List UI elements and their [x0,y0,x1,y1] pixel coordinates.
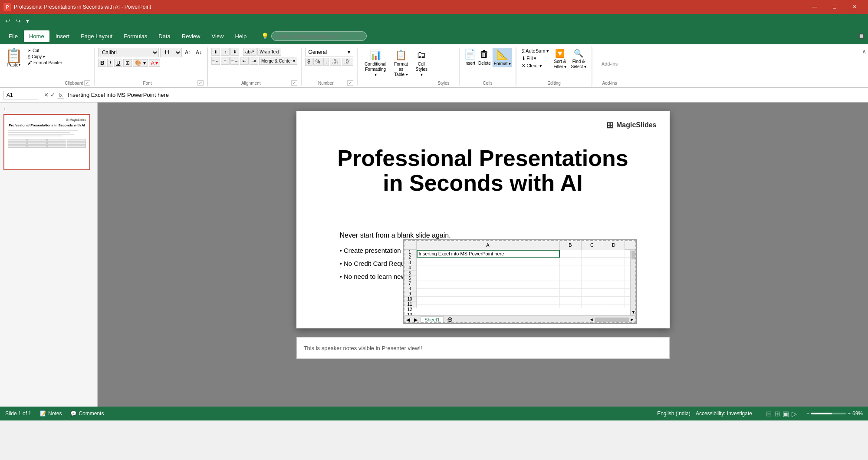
paste-button[interactable]: 📋 Paste ▾ [3,48,24,68]
excel-row-7[interactable] [417,297,636,304]
excel-cell-c1[interactable] [582,250,603,258]
font-name-select[interactable]: Calibri [98,48,159,57]
excel-row-8[interactable] [417,304,636,308]
menu-file[interactable]: File [3,30,23,42]
clipboard-expand[interactable]: ⤢ [84,80,90,86]
zoom-slider[interactable] [811,413,846,414]
bold-button[interactable]: B [98,59,106,67]
zoom-increase-button[interactable]: + [848,410,851,417]
wrap-text-button[interactable]: Wrap Text [257,48,281,56]
excel-row-4[interactable] [417,273,636,281]
fill-button[interactable]: ⬇ Fill ▾ [520,55,551,62]
ribbon-expand-button[interactable]: ∧ [860,46,868,56]
format-painter-button[interactable]: 🖌 Format Painter [26,60,64,66]
excel-row-1[interactable]: Inserting Excel into MS PowerPoint here [417,250,636,258]
font-size-select[interactable]: 11 [160,48,182,57]
redo-button[interactable]: ↪ [14,17,23,25]
excel-cell-d1[interactable] [603,250,625,258]
sheet-tab-1[interactable]: Sheet1 [421,316,444,323]
alignment-expand[interactable]: ⤢ [291,80,297,86]
copy-button[interactable]: ⎘ Copy ▾ [26,54,64,60]
menu-formulas[interactable]: Formulas [118,30,152,42]
excel-embedded[interactable]: A B C D 1 2 3 4 5 6 7 8 [403,239,637,324]
number-expand[interactable]: ⤢ [347,80,353,86]
delete-cell-button[interactable]: 🗑 Delete [477,48,492,66]
maximize-button[interactable]: □ [825,0,845,14]
normal-view-button[interactable]: ⊟ [766,410,772,418]
excel-cell-b1[interactable] [560,250,582,258]
zoom-decrease-button[interactable]: − [806,410,809,417]
merge-center-button[interactable]: Merge & Center ▾ [259,57,297,65]
menu-home[interactable]: Home [24,30,49,42]
sort-filter-button[interactable]: 🔽 Sort &Filter ▾ [552,48,568,70]
align-right-button[interactable]: ≡→ [230,57,239,65]
cell-reference-input[interactable] [3,91,38,99]
accessibility-label[interactable]: Accessibility: Investigate [696,410,752,417]
currency-button[interactable]: $ [305,58,312,66]
slide-thumbnail[interactable]: ⊞ MagicSlides Professional Presentations… [3,114,90,170]
close-button[interactable]: ✕ [845,0,865,14]
italic-button[interactable]: I [107,59,113,67]
confirm-formula-button[interactable]: ✓ [50,92,55,99]
cell-styles-button[interactable]: 🗂 CellStyles ▾ [412,48,431,79]
decrease-decimal-button[interactable]: .0↓ [330,58,341,66]
scroll-right-button[interactable]: ► [413,316,419,323]
menu-data[interactable]: Data [153,30,175,42]
h-scrollbar-thumb[interactable] [595,318,629,322]
align-top-button[interactable]: ⬆ [211,48,220,56]
format-as-table-button[interactable]: 📋 Format asTable ▾ [391,48,411,79]
cut-button[interactable]: ✂ ✂ CutCut [26,48,64,53]
autosum-button[interactable]: Σ AutoSum ▾ [520,48,551,54]
excel-vertical-scrollbar[interactable]: ▼ [630,250,636,315]
h-scroll-left[interactable]: ◄ [589,317,594,322]
align-middle-button[interactable]: ↕ [221,48,230,56]
tell-me-input[interactable] [271,31,367,41]
format-cell-button[interactable]: 📐 Format ▾ [493,48,512,67]
orientation-button[interactable]: ab↗ [243,48,256,56]
increase-indent-button[interactable]: ⇥ [250,57,258,65]
increase-font-button[interactable]: A↑ [183,49,193,56]
excel-cell-a1[interactable]: Inserting Excel into MS PowerPoint here [417,250,560,258]
font-expand[interactable]: ⤢ [197,80,204,86]
number-format-select[interactable]: General▾ [305,48,353,56]
decrease-font-button[interactable]: A↓ [194,49,204,56]
excel-row-6[interactable] [417,289,636,297]
insert-function-button[interactable]: fx [57,92,64,99]
formula-input[interactable] [67,91,865,99]
zoom-level[interactable]: 69% [852,410,863,417]
excel-row-5[interactable] [417,281,636,289]
excel-row-2[interactable] [417,258,636,265]
undo-button[interactable]: ↩ [3,17,12,25]
scroll-left-button[interactable]: ◄ [405,316,411,323]
align-center-button[interactable]: ≡ [221,57,230,65]
menu-help[interactable]: Help [230,30,252,42]
decrease-indent-button[interactable]: ⇤ [240,57,249,65]
find-select-button[interactable]: 🔍 Find &Select ▾ [569,48,588,70]
menu-insert[interactable]: Insert [50,30,75,42]
notes-button[interactable]: 📝 Notes [40,410,62,417]
h-scroll-right[interactable]: ► [630,317,635,322]
clear-button[interactable]: ✕ Clear ▾ [520,63,551,69]
cancel-formula-button[interactable]: ✕ [44,92,49,99]
quick-access-dropdown[interactable]: ▾ [24,17,31,25]
slideshow-button[interactable]: ▷ [792,410,797,418]
sign-in-area[interactable]: 🔲 [858,33,865,39]
menu-page-layout[interactable]: Page Layout [76,30,118,42]
percent-button[interactable]: % [313,58,322,66]
add-sheet-button[interactable]: ⊕ [447,315,453,324]
slide-sorter-button[interactable]: ⊞ [774,410,780,418]
font-color-button[interactable]: A ▾ [149,59,161,67]
underline-button[interactable]: U [114,59,122,67]
minimize-button[interactable]: — [805,0,825,14]
align-bottom-button[interactable]: ⬇ [230,48,239,56]
increase-decimal-button[interactable]: .0↑ [342,58,353,66]
excel-row-3[interactable] [417,265,636,273]
fill-color-button[interactable]: 🎨 ▾ [133,59,148,67]
menu-view[interactable]: View [206,30,229,42]
insert-cell-button[interactable]: 📄 Insert [463,48,477,66]
slide-container[interactable]: ⊞ ⊞ MagicSlides MagicSlides Professional… [296,111,670,328]
menu-review[interactable]: Review [177,30,206,42]
conditional-formatting-button[interactable]: 📊 ConditionalFormatting ▾ [361,48,390,79]
comma-button[interactable]: , [323,58,329,66]
reading-view-button[interactable]: ▣ [783,410,789,418]
